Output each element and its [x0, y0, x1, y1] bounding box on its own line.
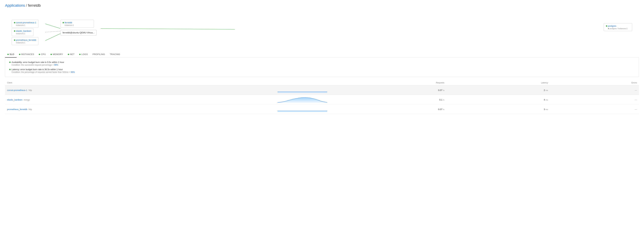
- svg-line-0: [45, 24, 60, 28]
- node-ferretdb-tooltip: ferretdb@ubuntu-QEMU-Virtua...: [60, 30, 97, 36]
- slo-latency-dot: [9, 69, 10, 70]
- slo-availability: Availability: error budget burn rate is …: [9, 61, 635, 66]
- node-ferretdb[interactable]: ferretdb instances:1: [60, 20, 94, 28]
- node-postgres[interactable]: postgres ■ postgres / instances:1: [604, 23, 632, 31]
- requests-prometheus: 0.07 /s: [329, 104, 446, 114]
- page-container: Applications / ferretdb coroot-prometheu…: [0, 0, 644, 118]
- client-proto-elastic: mongo: [24, 99, 30, 101]
- node-dot: [14, 30, 15, 32]
- col-latency: Latency: [446, 80, 550, 86]
- tab-memory[interactable]: MEMORY: [48, 51, 65, 58]
- tab-profiling[interactable]: PROFILING: [90, 51, 108, 58]
- slo-availability-dot: [9, 62, 10, 63]
- tab-slo[interactable]: SLO: [5, 51, 16, 58]
- tab-dot-net: [68, 54, 69, 55]
- tab-dot-slo: [8, 54, 9, 55]
- svg-line-3: [101, 28, 235, 29]
- requests-elastic: 0.1 /s: [329, 95, 446, 104]
- slo-latency-text: Latency: error budget burn rate is 36.5x…: [12, 68, 63, 71]
- tab-dot-cpu: [39, 54, 40, 55]
- node-prometheus-ferretdb[interactable]: prometheus_ferretdb instances:1: [12, 37, 38, 45]
- client-proto-coroot: http: [28, 89, 32, 92]
- latency-prometheus: 3 ms: [446, 104, 550, 114]
- table-body: coroot-prometheus-1 http: [5, 86, 639, 114]
- col-client: Client: [5, 80, 276, 86]
- tab-bar: SLO INSTANCES CPU MEMORY NET LOGS PROFIL…: [5, 51, 639, 58]
- slo-panel: Availability: error budget burn rate is …: [5, 58, 639, 77]
- client-cell: coroot-prometheus-1 http: [5, 86, 276, 95]
- tooltip-text: ferretdb@ubuntu-QEMU-Virtua...: [62, 32, 94, 34]
- svg-line-1: [45, 31, 60, 32]
- table-row: prometheus_ferretdb http: [5, 104, 639, 114]
- tab-cpu-label: CPU: [41, 53, 46, 56]
- tab-dot-memory: [50, 54, 52, 55]
- tab-slo-label: SLO: [10, 53, 14, 56]
- client-proto-prometheus: http: [28, 108, 32, 110]
- node-dot: [14, 40, 15, 41]
- node-elastic-bardeen[interactable]: elastic_bardeen instances:1: [12, 28, 34, 36]
- breadcrumb-separator: /: [26, 3, 27, 8]
- breadcrumb-applications-link[interactable]: Applications: [5, 3, 25, 8]
- slo-availability-condition: Condition: the successful request percen…: [9, 64, 635, 66]
- col-requests: Requests: [329, 80, 446, 86]
- slo-latency-condition: Condition: the percentage of requests se…: [9, 71, 635, 73]
- tab-net[interactable]: NET: [66, 51, 77, 58]
- client-link-coroot[interactable]: coroot-prometheus-1: [7, 89, 27, 92]
- tab-cpu[interactable]: CPU: [36, 51, 48, 58]
- tab-instances-label: INSTANCES: [21, 53, 34, 56]
- breadcrumb: Applications / ferretdb: [5, 3, 639, 8]
- col-errors: Errors: [550, 80, 639, 86]
- tab-dot-instances: [19, 54, 20, 55]
- sparkline-cell-elastic: [276, 95, 329, 104]
- tab-profiling-label: PROFILING: [92, 53, 105, 56]
- col-sparkline: [276, 80, 329, 86]
- requests-coroot: 0.07 /s: [329, 86, 446, 95]
- client-link-elastic[interactable]: elastic_bardeen: [7, 98, 22, 101]
- client-cell: prometheus_ferretdb http: [5, 104, 276, 114]
- errors-prometheus: —: [550, 104, 639, 114]
- tab-net-label: NET: [70, 53, 75, 56]
- tab-logs-label: LOGS: [82, 53, 88, 56]
- table-row: coroot-prometheus-1 http: [5, 86, 639, 95]
- slo-availability-text: Availability: error budget burn rate is …: [12, 61, 64, 64]
- node-dot: [62, 22, 64, 23]
- sparkline-prometheus: [278, 106, 327, 112]
- client-cell: elastic_bardeen mongo: [5, 95, 276, 104]
- table-row: elastic_bardeen mongo: [5, 95, 639, 104]
- node-dot: [14, 22, 15, 23]
- tab-dot-logs: [79, 54, 80, 55]
- node-dot: [606, 25, 607, 27]
- tab-instances[interactable]: INSTANCES: [16, 51, 36, 58]
- errors-coroot: —: [550, 86, 639, 95]
- table-header: Client Requests Latency Errors: [5, 80, 639, 86]
- latency-coroot: 2 ms: [446, 86, 550, 95]
- topology-svg: [5, 12, 639, 49]
- svg-line-2: [45, 34, 60, 40]
- node-coroot-prometheus-1[interactable]: coroot-prometheus-1 instances:1: [12, 20, 38, 28]
- sparkline-cell-coroot: [276, 86, 329, 95]
- topology-graph: coroot-prometheus-1 instances:1 elastic_…: [5, 12, 639, 49]
- sparkline-coroot: [278, 87, 327, 93]
- slo-latency: Latency: error budget burn rate is 36.5x…: [9, 68, 635, 73]
- sparkline-cell-prometheus: [276, 104, 329, 114]
- tab-logs[interactable]: LOGS: [77, 51, 90, 58]
- sparkline-elastic: [278, 97, 327, 103]
- breadcrumb-current: ferretdb: [28, 3, 41, 8]
- tab-memory-label: MEMORY: [53, 53, 63, 56]
- tab-tracing[interactable]: TRACING: [108, 51, 122, 58]
- latency-elastic: 4 ms: [446, 95, 550, 104]
- client-link-prometheus[interactable]: prometheus_ferretdb: [7, 108, 27, 110]
- client-table: Client Requests Latency Errors coroot-pr…: [5, 80, 639, 114]
- errors-elastic: —: [550, 95, 639, 104]
- tab-tracing-label: TRACING: [110, 53, 120, 56]
